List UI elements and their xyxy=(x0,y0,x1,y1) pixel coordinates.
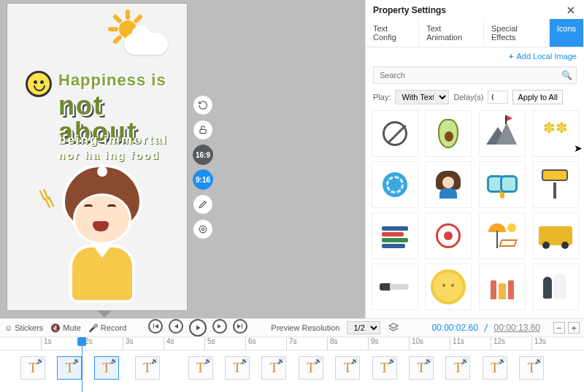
current-time: 00:00:02.60 xyxy=(432,323,478,333)
snorkel-goggles-icon[interactable] xyxy=(479,161,526,208)
zoom-out-button[interactable]: − xyxy=(553,322,565,334)
paint-roller-icon[interactable] xyxy=(532,161,579,208)
ruler-tick: 9s xyxy=(368,337,379,350)
prev-frame-button[interactable] xyxy=(169,319,183,334)
exclaim-graphic: \\ xyxy=(44,194,55,210)
beach-umbrella-icon[interactable] xyxy=(479,212,526,259)
property-panel: Property Settings ✕ Text ConfigText Anim… xyxy=(365,0,584,318)
playback-toolbar: ☺Stickers 🔇Mute 🎤Record Preview Resoluti… xyxy=(0,318,584,337)
timeline-ruler[interactable]: 1s2s3s4s5s6s7s8s9s10s11s12s13s xyxy=(0,337,584,350)
timeline-clip[interactable]: 🔊T xyxy=(519,356,544,380)
businesswoman-icon[interactable] xyxy=(425,161,472,208)
timeline-clip[interactable]: 🔊T xyxy=(135,356,160,380)
timeline-clip[interactable]: 🔊T xyxy=(335,356,360,380)
preview-res-label: Preview Resolution xyxy=(271,323,339,332)
tab-icons[interactable]: Icons xyxy=(550,19,584,47)
icon-search: 🔍 xyxy=(373,66,577,84)
ruler-tick: 12s xyxy=(491,337,505,350)
mountain-flag-icon[interactable] xyxy=(479,110,526,157)
ruler-tick: 7s xyxy=(286,337,297,350)
canvas-text-line3[interactable]: being immortal xyxy=(58,134,168,146)
panel-tabs: Text ConfigText AnimationSpecial Effects… xyxy=(366,19,584,47)
ruler-tick: 8s xyxy=(327,337,338,350)
ruler-tick: 4s xyxy=(164,337,174,350)
mouse-cursor-icon: ➤ xyxy=(574,142,583,154)
play-mode-select[interactable]: With Text xyxy=(395,90,449,104)
tab-text-animation[interactable]: Text Animation xyxy=(419,19,484,47)
ruler-tick: 1s xyxy=(41,337,52,350)
target-person-icon[interactable] xyxy=(425,212,472,259)
timeline-clip[interactable]: 🔊T xyxy=(188,356,213,380)
timeline-clip[interactable]: 🔊T xyxy=(299,356,323,380)
svg-rect-0 xyxy=(200,129,206,133)
timeline-clip[interactable]: 🔊T xyxy=(261,356,286,380)
lock-button[interactable] xyxy=(193,120,213,140)
girl-character-graphic[interactable] xyxy=(55,164,150,303)
ruler-tick: 11s xyxy=(450,337,464,350)
delivery-truck-icon[interactable] xyxy=(532,212,579,259)
canvas-frame[interactable]: Happiness is not about being immortal no… xyxy=(7,4,187,310)
ruler-tick: 6s xyxy=(245,337,256,350)
add-local-image-link[interactable]: Add Local Image xyxy=(366,47,584,61)
settings-button[interactable] xyxy=(193,219,213,239)
record-toggle[interactable]: 🎤Record xyxy=(88,323,126,333)
dandelion-icon[interactable]: ✽✽ xyxy=(532,110,579,157)
timeline-clip[interactable]: 🔊T xyxy=(483,356,507,380)
panel-title: Property Settings xyxy=(373,5,446,15)
apply-to-all-button[interactable]: Apply to All xyxy=(512,90,562,104)
play-label: Play: xyxy=(373,93,391,101)
edit-button[interactable] xyxy=(193,194,213,215)
aspect-16-9-button[interactable]: 16:9 xyxy=(193,145,213,165)
icon-grid: ➤ ✽✽ xyxy=(366,110,584,318)
timeline-clip[interactable]: 🔊T xyxy=(57,356,82,380)
ruler-tick: 5s xyxy=(204,337,215,350)
skip-start-button[interactable] xyxy=(148,319,163,334)
book-stack-icon[interactable] xyxy=(372,212,418,259)
tab-text-config[interactable]: Text Config xyxy=(366,19,419,47)
next-frame-button[interactable] xyxy=(212,319,227,334)
sun-face-icon[interactable] xyxy=(425,264,472,310)
timeline[interactable]: 1s2s3s4s5s6s7s8s9s10s11s12s13s 🔊T🔊T🔊T🔊T🔊… xyxy=(0,337,584,392)
preview-res-select[interactable]: 1/2 xyxy=(347,321,380,334)
ruler-tick: 13s xyxy=(531,337,546,350)
wedding-couple-icon[interactable] xyxy=(532,264,579,310)
zoom-in-button[interactable]: + xyxy=(568,322,580,334)
timeline-clip[interactable]: 🔊T xyxy=(20,356,45,380)
svg-point-1 xyxy=(201,228,204,231)
smiley-graphic xyxy=(26,71,52,97)
svg-point-2 xyxy=(199,226,206,232)
time-display: 00:00:02.60 / 00:00:13.60 xyxy=(432,323,541,333)
delay-input[interactable] xyxy=(488,91,508,104)
play-settings-row: Play: With Text Delay(s) Apply to All xyxy=(366,90,584,110)
timeline-clip[interactable]: 🔊T xyxy=(225,356,250,380)
kitchen-knife-icon[interactable] xyxy=(372,264,418,310)
timeline-clip[interactable]: 🔊T xyxy=(409,356,434,380)
no-smoking-icon[interactable] xyxy=(372,110,418,157)
panel-close-button[interactable]: ✕ xyxy=(564,4,578,16)
play-button[interactable] xyxy=(189,319,207,337)
layers-button[interactable] xyxy=(388,322,399,334)
total-duration[interactable]: 00:00:13.60 xyxy=(494,323,540,333)
timeline-track[interactable]: 🔊T🔊T🔊T🔊T🔊T🔊T🔊T🔊T🔊T🔊T🔊T🔊T🔊T🔊T xyxy=(0,353,584,383)
timeline-clip[interactable]: 🔊T xyxy=(445,356,470,380)
search-icon: 🔍 xyxy=(561,70,572,80)
canvas-vertical-toolbar: 16:9 9:16 xyxy=(193,95,213,239)
ruler-tick: 3s xyxy=(123,337,134,350)
canvas-workspace[interactable]: Happiness is not about being immortal no… xyxy=(0,0,365,318)
icon-search-input[interactable] xyxy=(373,66,577,84)
avocado-icon[interactable] xyxy=(425,110,472,157)
jam-jars-icon[interactable] xyxy=(479,264,526,310)
rosette-badge-icon[interactable] xyxy=(372,161,418,208)
aspect-9-16-button[interactable]: 9:16 xyxy=(193,169,213,190)
cloud-graphic xyxy=(124,33,168,55)
canvas-text-line4[interactable]: nor ha ing food xyxy=(58,150,160,161)
skip-end-button[interactable] xyxy=(233,319,247,334)
delay-label: Delay(s) xyxy=(453,93,483,101)
tab-special-effects[interactable]: Special Effects xyxy=(484,19,550,47)
canvas-text-line1[interactable]: Happiness is xyxy=(58,72,166,88)
timeline-clip[interactable]: 🔊T xyxy=(94,356,119,380)
mute-toggle[interactable]: 🔇Mute xyxy=(50,323,80,333)
rotate-button[interactable] xyxy=(193,95,213,115)
stickers-toggle[interactable]: ☺Stickers xyxy=(4,323,43,332)
timeline-clip[interactable]: 🔊T xyxy=(372,356,397,380)
